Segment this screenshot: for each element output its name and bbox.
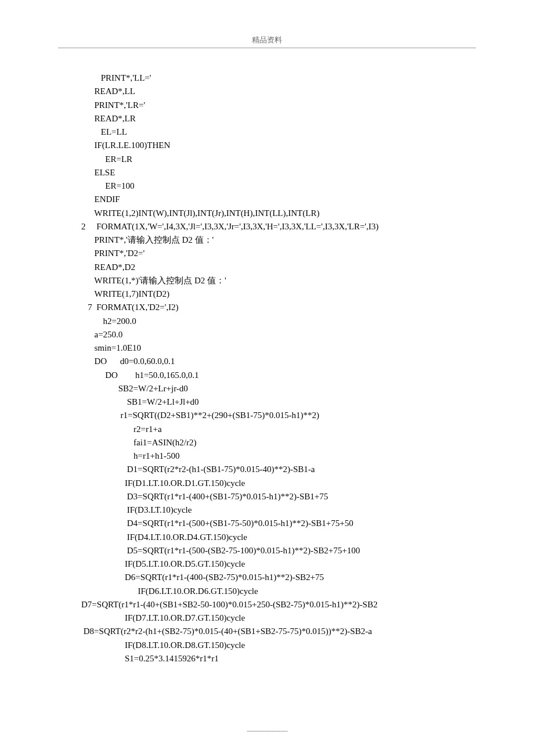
page-footer-marks: ........................................…	[0, 726, 534, 733]
header-divider	[58, 48, 476, 48]
code-block: PRINT*,'LL=' READ*,LL PRINT*,'LR=' READ*…	[81, 71, 476, 665]
page-header-title: 精品资料	[58, 35, 476, 48]
document-page: 精品资料 PRINT*,'LL=' READ*,LL PRINT*,'LR=' …	[0, 0, 534, 689]
